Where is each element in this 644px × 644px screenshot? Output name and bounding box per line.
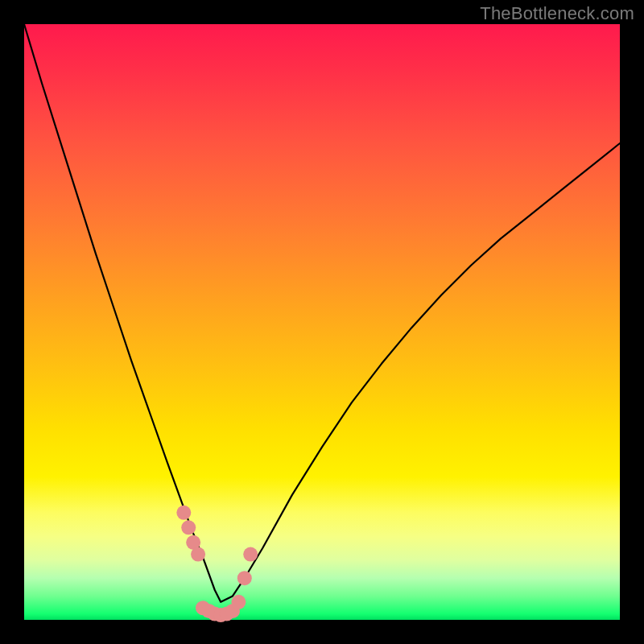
highlight-dot <box>243 547 258 562</box>
watermark-text: TheBottleneck.com <box>480 3 634 24</box>
highlight-dots <box>176 506 258 622</box>
highlight-dot <box>231 595 246 609</box>
plot-area <box>24 24 620 620</box>
highlight-dot <box>237 571 252 585</box>
chart-frame: TheBottleneck.com <box>0 0 644 644</box>
chart-svg <box>24 24 620 620</box>
highlight-dot <box>176 506 191 520</box>
bottleneck-curve <box>24 24 620 602</box>
highlight-dot <box>191 547 205 562</box>
highlight-dot <box>181 520 196 535</box>
